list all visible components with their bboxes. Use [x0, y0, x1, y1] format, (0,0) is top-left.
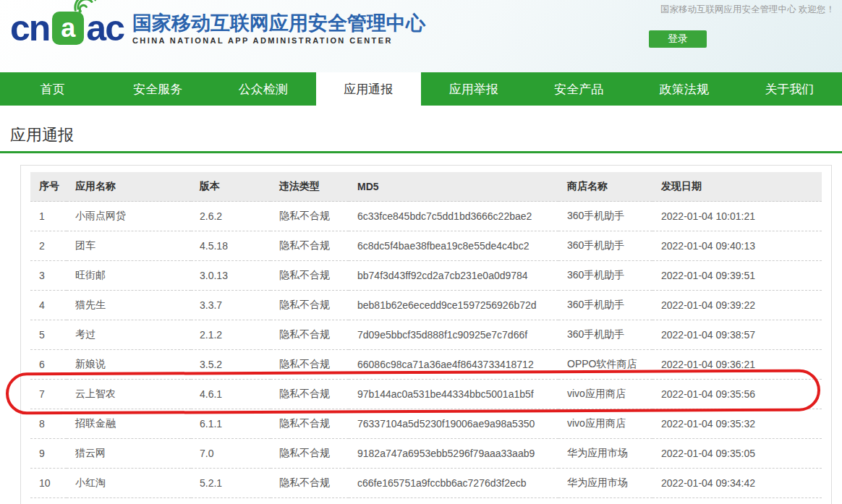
cell-发现日期: 2022-01-04 10:01:21 [652, 202, 822, 231]
cell-版本: 3.0.13 [191, 261, 271, 291]
cell-应用名称: 考过 [67, 320, 191, 350]
table-row-9: 9猎云网7.0隐私不合规9182a747a6953ebb5296f79aaa33… [30, 439, 822, 469]
logo-letters-left: cn [10, 7, 49, 49]
cell-版本: 3.5.2 [191, 350, 271, 380]
green-divider [0, 151, 842, 153]
table-row-3: 3旺街邮3.0.13隐私不合规bb74f3d43ff92cd2a7cb231e0… [30, 261, 822, 291]
cell-版本: 2.6.2 [191, 202, 271, 231]
column-header-6: 商店名称 [558, 172, 652, 202]
nav-item-6[interactable]: 安全产品 [527, 72, 632, 106]
cell-商店名称: vivo应用商店 [558, 409, 652, 439]
page-title: 应用通报 [10, 126, 842, 145]
cell-MD5: 66086c98ca71a36ae4f8643733418712 [349, 350, 558, 380]
cell-违法类型: 隐私不合规 [271, 409, 349, 439]
nav-item-4[interactable]: 应用通报 [316, 72, 422, 106]
nav-item-2[interactable]: 安全服务 [106, 72, 211, 106]
table-row-8: 8招联金融6.1.1隐私不合规76337104a5d5230f19006ae9a… [30, 409, 822, 439]
cell-违法类型: 隐私不合规 [271, 439, 349, 469]
table-row-6: 6新娘说3.5.2隐私不合规66086c98ca71a36ae4f8643733… [30, 350, 822, 380]
nav-item-1[interactable]: 首页 [0, 72, 106, 106]
cell-MD5: 6c33fce845bdc7c5dd1bd3666c22bae2 [349, 202, 558, 231]
cell-版本: 5.2.1 [191, 469, 271, 498]
cell-违法类型: 隐私不合规 [271, 291, 349, 320]
cell-发现日期: 2022-01-04 09:34:42 [652, 469, 822, 498]
cell-违法类型: 隐私不合规 [271, 202, 349, 231]
cell-序号: 8 [30, 409, 67, 439]
cell-序号: 5 [30, 320, 67, 350]
login-button[interactable]: 登录 [649, 30, 707, 48]
main-nav: 首页安全服务公众检测应用通报应用举报安全产品政策法规关于我们 [0, 72, 842, 106]
cell-应用名称: 猫先生 [67, 291, 191, 320]
table-row-4: 4猫先生3.3.7隐私不合规beb81b62e6ecedd9ce15972569… [30, 291, 822, 320]
cell-发现日期: 2022-01-04 09:38:57 [652, 320, 822, 350]
cell-发现日期: 2022-01-04 09:39:51 [652, 261, 822, 291]
cell-商店名称: 360手机助手 [558, 202, 652, 231]
cell-MD5: 76337104a5d5230f19006ae9a98a5350 [349, 409, 558, 439]
nav-item-3[interactable]: 公众检测 [210, 72, 316, 106]
nav-item-7[interactable]: 政策法规 [632, 72, 737, 106]
cell-版本: 4.6.1 [191, 380, 271, 409]
cell-应用名称: 云上智农 [67, 380, 191, 409]
logo-title-english: CHINA NATIONAL APP ADMINISTRATION CENTER [132, 36, 425, 45]
logo-title-chinese: 国家移动互联网应用安全管理中心 [132, 12, 425, 35]
cell-MD5: 9182a747a6953ebb5296f79aaa33aab9 [349, 439, 558, 469]
cell-应用名称: 团车 [67, 231, 191, 261]
cell-MD5: c66fe165751a9fccbb6ac7276d3f2ecb [349, 469, 558, 498]
welcome-text: 国家移动互联网应用安全管理中心 欢迎您！ [660, 4, 835, 16]
cell-应用名称: 招联金融 [67, 409, 191, 439]
column-header-3: 版本 [191, 172, 271, 202]
cell-应用名称: 新娘说 [67, 350, 191, 380]
cell-版本: 3.3.7 [191, 291, 271, 320]
cell-版本: 2.1.2 [191, 320, 271, 350]
cell-应用名称: 小雨点网贷 [67, 202, 191, 231]
cell-MD5: bb74f3d43ff92cd2a7cb231e0a0d9784 [349, 261, 558, 291]
cell-商店名称: 360手机助手 [558, 291, 652, 320]
cell-序号: 1 [30, 202, 67, 231]
site-header: cn a ac 国家移动互联网应用安全管理中心 CHINA NATIONAL A… [0, 0, 842, 72]
site-logo[interactable]: cn a ac 国家移动互联网应用安全管理中心 CHINA NATIONAL A… [10, 7, 425, 49]
cell-版本: 7.0 [191, 439, 271, 469]
cell-违法类型: 隐私不合规 [271, 469, 349, 498]
column-header-1: 序号 [30, 172, 67, 202]
cell-序号: 9 [30, 439, 67, 469]
cell-序号: 7 [30, 380, 67, 409]
cell-MD5: 7d09e5bbcf35d888f1c90925e7c7d66f [349, 320, 558, 350]
table-row-5: 5考过2.1.2隐私不合规7d09e5bbcf35d888f1c90925e7c… [30, 320, 822, 350]
cell-序号: 6 [30, 350, 67, 380]
column-header-5: MD5 [349, 172, 558, 202]
cell-商店名称: 360手机助手 [558, 320, 652, 350]
cell-发现日期: 2022-01-04 09:35:32 [652, 409, 822, 439]
logo-letters-right: ac [86, 7, 124, 49]
cell-序号: 10 [30, 469, 67, 498]
table-row-1: 1小雨点网贷2.6.2隐私不合规6c33fce845bdc7c5dd1bd366… [30, 202, 822, 231]
column-header-4: 违法类型 [271, 172, 349, 202]
cell-发现日期: 2022-01-04 09:40:13 [652, 231, 822, 261]
logo-green-box: a [52, 12, 84, 45]
cell-应用名称: 猎云网 [67, 439, 191, 469]
cell-MD5: 6c8dc5f4bae38fbea19c8e55de4c4bc2 [349, 231, 558, 261]
table-header-row: 序号应用名称版本违法类型MD5商店名称发现日期 [30, 172, 822, 202]
cell-发现日期: 2022-01-04 09:35:05 [652, 439, 822, 469]
column-header-7: 发现日期 [652, 172, 822, 202]
app-report-table: 序号应用名称版本违法类型MD5商店名称发现日期 1小雨点网贷2.6.2隐私不合规… [30, 172, 822, 498]
cell-违法类型: 隐私不合规 [271, 350, 349, 380]
cell-商店名称: vivo应用商店 [558, 380, 652, 409]
cell-商店名称: 360手机助手 [558, 231, 652, 261]
cell-违法类型: 隐私不合规 [271, 380, 349, 409]
cell-违法类型: 隐私不合规 [271, 320, 349, 350]
cell-序号: 4 [30, 291, 67, 320]
cell-发现日期: 2022-01-04 09:35:56 [652, 380, 822, 409]
cell-序号: 3 [30, 261, 67, 291]
nav-item-5[interactable]: 应用举报 [421, 72, 527, 106]
table-row-2: 2团车4.5.18隐私不合规6c8dc5f4bae38fbea19c8e55de… [30, 231, 822, 261]
report-table-container: 序号应用名称版本违法类型MD5商店名称发现日期 1小雨点网贷2.6.2隐私不合规… [20, 165, 832, 504]
nav-item-8[interactable]: 关于我们 [737, 72, 842, 106]
logo-titles: 国家移动互联网应用安全管理中心 CHINA NATIONAL APP ADMIN… [132, 12, 425, 49]
cell-MD5: beb81b62e6ecedd9ce1597256926b72d [349, 291, 558, 320]
table-row-7: 7云上智农4.6.1隐私不合规97b144ac0a531be44334bbc50… [30, 380, 822, 409]
cell-商店名称: 华为应用市场 [558, 469, 652, 498]
table-row-10: 10小红淘5.2.1隐私不合规c66fe165751a9fccbb6ac7276… [30, 469, 822, 498]
cell-应用名称: 小红淘 [67, 469, 191, 498]
cell-版本: 4.5.18 [191, 231, 271, 261]
cell-违法类型: 隐私不合规 [271, 231, 349, 261]
